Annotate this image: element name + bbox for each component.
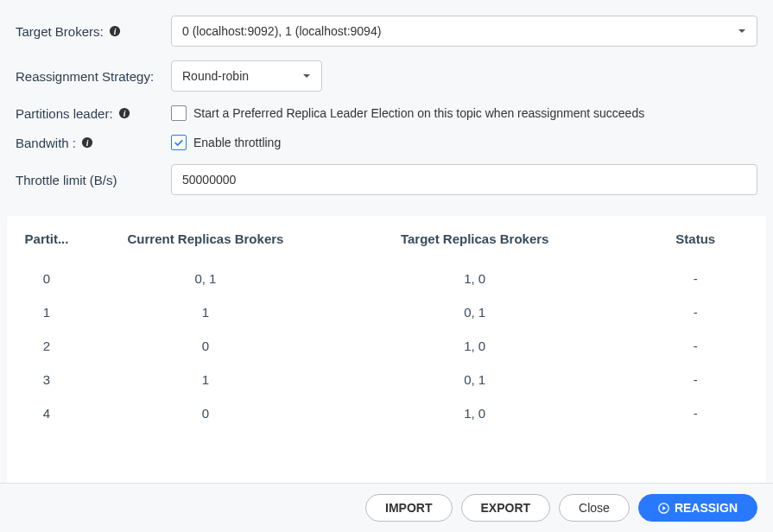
partitions-leader-checkbox-label: Start a Preferred Replica Leader Electio… [193, 106, 644, 120]
cell-partition: 2 [7, 329, 86, 363]
partitions-leader-checkbox[interactable] [171, 105, 187, 121]
cell-current: 0 [86, 329, 325, 363]
reassign-button[interactable]: REASSIGN [638, 494, 757, 522]
bandwidth-checkbox-label: Enable throttling [193, 136, 281, 149]
throttle-limit-row: Throttle limit (B/s) [16, 164, 757, 195]
cell-current: 1 [86, 363, 325, 396]
cell-partition: 3 [7, 363, 86, 396]
chevron-down-icon [302, 72, 311, 80]
cell-current: 1 [86, 295, 325, 329]
cell-partition: 0 [7, 262, 86, 295]
cell-partition: 1 [7, 295, 86, 329]
table-row: 401, 0- [7, 396, 766, 430]
cell-partition: 4 [7, 396, 86, 430]
bandwidth-label-text: Bandwith : [16, 136, 76, 150]
partitions-leader-label-text: Partitions leader: [16, 106, 113, 121]
form-section: Target Brokers: i 0 (localhost:9092), 1 … [0, 0, 773, 216]
target-brokers-select[interactable]: 0 (localhost:9092), 1 (localhost:9094) [171, 16, 757, 47]
target-brokers-label-text: Target Brokers: [16, 24, 104, 39]
reassign-button-label: REASSIGN [675, 501, 738, 515]
table-row: 201, 0- [7, 329, 766, 363]
header-current: Current Replicas Brokers [86, 216, 325, 262]
info-icon: i [109, 25, 121, 37]
throttle-limit-label: Throttle limit (B/s) [16, 173, 171, 187]
strategy-label: Reassignment Strategy: [16, 69, 171, 84]
strategy-value: Round-robin [182, 69, 249, 83]
chevron-down-icon [738, 27, 746, 35]
info-icon: i [81, 136, 93, 149]
cell-status: - [624, 295, 766, 329]
partitions-table: Partit... Current Replicas Brokers Targe… [7, 216, 766, 430]
header-target: Target Replicas Brokers [325, 216, 625, 262]
partitions-table-container: Partit... Current Replicas Brokers Targe… [7, 216, 766, 510]
bandwidth-label: Bandwith : i [16, 136, 171, 150]
export-button[interactable]: EXPORT [461, 494, 551, 522]
play-icon [658, 503, 669, 514]
header-status: Status [624, 216, 766, 262]
strategy-label-text: Reassignment Strategy: [16, 69, 154, 84]
cell-status: - [624, 329, 766, 363]
strategy-row: Reassignment Strategy: Round-robin [16, 60, 757, 92]
cell-target: 1, 0 [325, 262, 625, 295]
partitions-leader-label: Partitions leader: i [16, 106, 171, 121]
cell-target: 0, 1 [325, 295, 625, 329]
table-row: 110, 1- [7, 295, 766, 329]
svg-text:i: i [113, 27, 116, 36]
target-brokers-row: Target Brokers: i 0 (localhost:9092), 1 … [16, 16, 757, 47]
bandwidth-row: Bandwith : i Enable throttling [16, 135, 757, 150]
bandwidth-checkbox[interactable] [171, 135, 187, 150]
info-icon: i [118, 107, 130, 119]
svg-text:i: i [123, 109, 125, 118]
svg-text:i: i [86, 138, 89, 148]
cell-target: 0, 1 [325, 363, 625, 396]
cell-target: 1, 0 [325, 329, 625, 363]
cell-target: 1, 0 [325, 396, 625, 430]
cell-status: - [624, 396, 766, 430]
table-row: 310, 1- [7, 363, 766, 396]
cell-status: - [624, 262, 766, 295]
partitions-leader-row: Partitions leader: i Start a Preferred R… [16, 105, 757, 121]
header-partition: Partit... [7, 216, 86, 262]
throttle-limit-input[interactable] [171, 164, 757, 195]
import-button[interactable]: IMPORT [365, 494, 452, 522]
cell-current: 0 [86, 396, 325, 430]
cell-current: 0, 1 [86, 262, 325, 295]
target-brokers-label: Target Brokers: i [16, 24, 171, 39]
throttle-limit-label-text: Throttle limit (B/s) [16, 173, 117, 187]
table-row: 00, 11, 0- [7, 262, 766, 295]
table-header-row: Partit... Current Replicas Brokers Targe… [7, 216, 766, 262]
close-button[interactable]: Close [559, 494, 630, 522]
dialog-footer: IMPORT EXPORT Close REASSIGN [0, 483, 773, 532]
strategy-select[interactable]: Round-robin [171, 60, 322, 92]
target-brokers-value: 0 (localhost:9092), 1 (localhost:9094) [182, 24, 381, 38]
cell-status: - [624, 363, 766, 396]
